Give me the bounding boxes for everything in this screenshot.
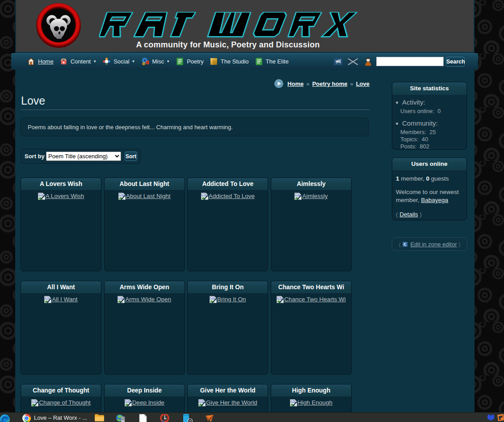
svg-text:2: 2 — [189, 419, 191, 422]
